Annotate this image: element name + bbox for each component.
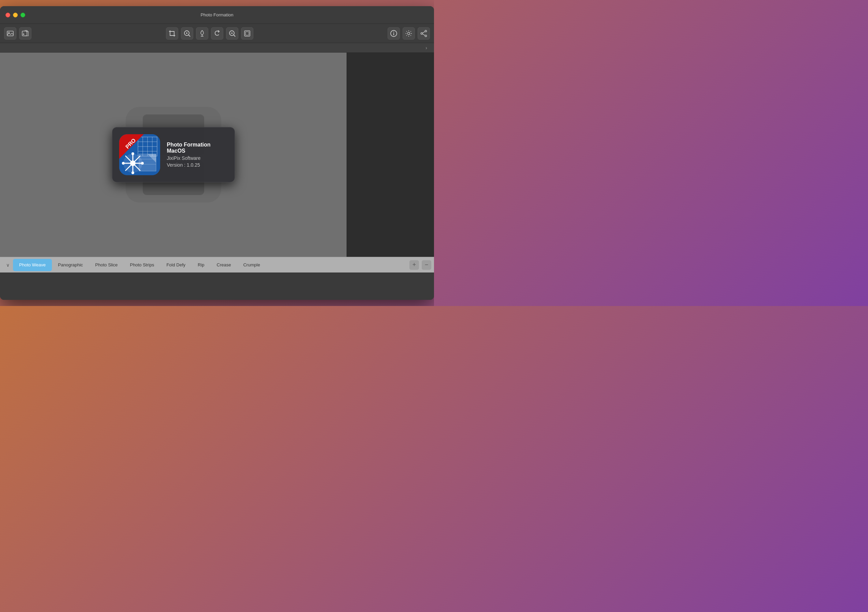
- svg-line-7: [189, 35, 190, 37]
- svg-rect-3: [170, 31, 174, 36]
- svg-point-17: [394, 31, 394, 32]
- tabs-collapse-button[interactable]: ∨: [3, 260, 13, 270]
- redo-button[interactable]: [211, 27, 223, 40]
- remove-tab-button[interactable]: −: [422, 260, 431, 270]
- svg-point-21: [425, 35, 427, 37]
- svg-line-23: [422, 34, 425, 36]
- tab-photo-weave[interactable]: Photo Weave: [13, 259, 52, 271]
- window-title: Photo Formation: [200, 12, 233, 17]
- svg-point-19: [425, 30, 427, 32]
- crop-button[interactable]: [166, 27, 178, 40]
- panel-toggle-bar: ›: [0, 43, 434, 53]
- open-image-button[interactable]: [4, 27, 16, 40]
- svg-point-20: [421, 33, 423, 34]
- canvas-area: PRO Photo Formation MacOS JixiPix Softwa…: [0, 53, 347, 257]
- panel-toggle-button[interactable]: ›: [425, 45, 427, 51]
- toolbar: [0, 24, 434, 43]
- about-info: Photo Formation MacOS JixiPix Software V…: [167, 142, 228, 168]
- zoom-out-button[interactable]: [226, 27, 238, 40]
- about-dialog[interactable]: PRO Photo Formation MacOS JixiPix Softwa…: [112, 127, 235, 182]
- zoom-in-button[interactable]: [181, 27, 193, 40]
- settings-button[interactable]: [403, 27, 415, 40]
- toolbar-right: [388, 27, 430, 40]
- add-tab-button[interactable]: +: [409, 260, 419, 270]
- about-app-icon: PRO: [119, 134, 160, 175]
- about-version: Version : 1.0.25: [167, 162, 228, 168]
- fit-button[interactable]: [241, 27, 253, 40]
- bottom-content: [0, 273, 434, 300]
- minimize-button[interactable]: [13, 12, 18, 17]
- right-panel: [347, 53, 434, 257]
- tab-rip[interactable]: Rip: [192, 259, 211, 271]
- tab-crumple[interactable]: Crumple: [237, 259, 266, 271]
- svg-line-12: [234, 35, 235, 37]
- tabs-end-buttons: + −: [409, 260, 431, 270]
- close-button[interactable]: [5, 12, 10, 17]
- toolbar-center: [166, 27, 253, 40]
- tab-crease[interactable]: Crease: [211, 259, 237, 271]
- traffic-lights: [5, 12, 25, 17]
- tab-photo-strips[interactable]: Photo Strips: [124, 259, 161, 271]
- tabs-bar: ∨ Photo Weave Panographic Photo Slice Ph…: [0, 257, 434, 273]
- svg-point-40: [122, 162, 125, 164]
- anchor-button[interactable]: [196, 27, 208, 40]
- maximize-button[interactable]: [20, 12, 25, 17]
- svg-point-18: [408, 32, 410, 34]
- title-bar: Photo Formation: [0, 6, 434, 24]
- app-window: Photo Formation: [0, 6, 434, 300]
- info-button[interactable]: [388, 27, 400, 40]
- about-app-name: Photo Formation MacOS: [167, 142, 228, 154]
- tab-fold-defy[interactable]: Fold Defy: [160, 259, 192, 271]
- svg-rect-14: [245, 32, 249, 35]
- tab-photo-slice[interactable]: Photo Slice: [89, 259, 124, 271]
- svg-point-39: [132, 172, 134, 174]
- about-dialog-overlay: PRO Photo Formation MacOS JixiPix Softwa…: [0, 53, 347, 257]
- tab-panographic[interactable]: Panographic: [52, 259, 89, 271]
- about-company: JixiPix Software: [167, 155, 228, 161]
- toolbar-left: [4, 27, 31, 40]
- svg-point-38: [132, 152, 134, 155]
- export-button[interactable]: [19, 27, 31, 40]
- main-area: PRO Photo Formation MacOS JixiPix Softwa…: [0, 53, 434, 257]
- svg-point-37: [130, 161, 136, 166]
- share-button[interactable]: [418, 27, 430, 40]
- svg-line-22: [422, 31, 425, 33]
